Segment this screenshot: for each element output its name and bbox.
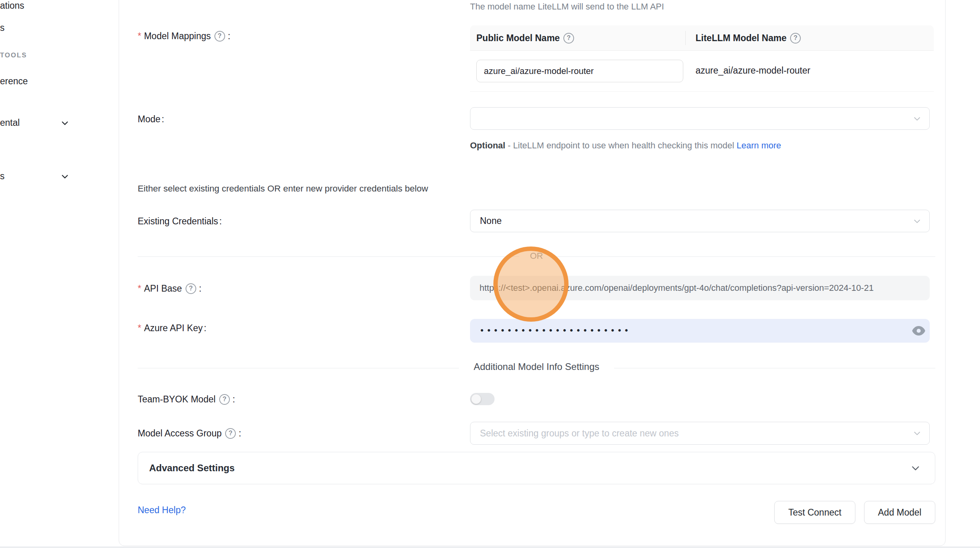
- header-col-divider: [685, 31, 686, 45]
- label-colon: :: [219, 216, 222, 227]
- team-byok-label: Team-BYOK Model ? :: [138, 393, 235, 406]
- need-help-link[interactable]: Need Help?: [138, 505, 186, 516]
- public-model-name-input[interactable]: [476, 60, 683, 82]
- sidebar-item-experimental[interactable]: ental: [0, 118, 20, 128]
- label-colon: :: [204, 323, 206, 334]
- sidebar: ations s TOOLS erence ental s: [0, 0, 118, 548]
- label-colon: :: [233, 394, 235, 405]
- or-divider-label: OR: [519, 251, 554, 261]
- required-asterisk: *: [138, 31, 141, 42]
- masked-api-key: ••••••••••••••••••••••: [480, 326, 631, 336]
- page-bottom-edge: [0, 546, 980, 548]
- team-byok-toggle[interactable]: [470, 393, 495, 405]
- chevron-down-icon: [910, 463, 921, 473]
- chevron-down-icon: [913, 114, 921, 123]
- existing-credentials-value: None: [480, 216, 502, 226]
- existing-credentials-label: Existing Credentials :: [138, 214, 222, 228]
- api-base-label: * API Base ? :: [138, 282, 201, 295]
- sidebar-item-reference[interactable]: erence: [0, 76, 28, 87]
- label-colon: :: [239, 428, 241, 439]
- azure-api-key-label: * Azure API Key :: [138, 321, 207, 335]
- eye-icon[interactable]: [912, 325, 926, 336]
- model-access-group-placeholder: Select existing groups or type to create…: [480, 428, 679, 439]
- model-name-helper-text: The model name LiteLLM will send to the …: [470, 2, 664, 12]
- sidebar-item-organizations[interactable]: ations: [0, 0, 24, 11]
- table-row-border: [470, 91, 934, 92]
- advanced-settings-title: Advanced Settings: [149, 463, 235, 474]
- sidebar-item-logs[interactable]: s: [0, 23, 5, 33]
- sidebar-section-tools: TOOLS: [0, 51, 27, 59]
- label-colon: :: [199, 283, 201, 294]
- chevron-down-icon: [913, 429, 921, 438]
- chevron-down-icon: [913, 217, 921, 226]
- add-model-button[interactable]: Add Model: [864, 501, 935, 524]
- learn-more-link[interactable]: Learn more: [737, 140, 781, 150]
- mode-select[interactable]: [470, 107, 930, 130]
- required-asterisk: *: [138, 283, 141, 294]
- help-circle-icon[interactable]: ?: [214, 31, 225, 42]
- sidebar-item-settings[interactable]: s: [0, 171, 5, 182]
- api-base-input[interactable]: https://<test>.openai.azure.com/openai/d…: [470, 276, 930, 300]
- existing-credentials-select[interactable]: None: [470, 210, 930, 232]
- help-circle-icon[interactable]: ?: [219, 394, 230, 405]
- model-mappings-label-text: Model Mappings: [144, 31, 211, 42]
- label-colon: :: [228, 31, 230, 42]
- litellm-model-name-value: azure_ai/azure-model-router: [696, 65, 810, 76]
- mode-label: Mode :: [138, 112, 164, 126]
- mode-helper-text: Optional - LiteLLM endpoint to use when …: [470, 138, 798, 153]
- help-circle-icon[interactable]: ?: [225, 428, 236, 439]
- column-header-public-model-name: Public Model Name ?: [476, 25, 576, 51]
- model-access-group-label: Model Access Group ? :: [138, 427, 241, 440]
- required-asterisk: *: [138, 323, 141, 334]
- credentials-note: Either select existing credentials OR en…: [138, 184, 428, 194]
- help-circle-icon[interactable]: ?: [186, 283, 196, 294]
- advanced-settings-panel[interactable]: Advanced Settings: [138, 452, 935, 484]
- chevron-down-icon: [61, 119, 69, 127]
- model-access-group-select[interactable]: Select existing groups or type to create…: [470, 422, 930, 445]
- help-circle-icon[interactable]: ?: [563, 33, 574, 44]
- section-divider-label: Additional Model Info Settings: [459, 361, 614, 372]
- test-connect-button[interactable]: Test Connect: [774, 501, 855, 524]
- helper-optional-bold: Optional: [470, 140, 505, 150]
- mode-label-text: Mode: [138, 114, 161, 125]
- column-header-litellm-model-name: LiteLLM Model Name ?: [696, 25, 802, 51]
- label-colon: :: [162, 114, 164, 125]
- help-circle-icon[interactable]: ?: [790, 33, 801, 44]
- azure-api-key-input[interactable]: ••••••••••••••••••••••: [470, 319, 930, 343]
- chevron-down-icon: [61, 172, 69, 181]
- model-mappings-label: * Model Mappings ? :: [138, 29, 230, 43]
- toggle-knob: [471, 394, 481, 404]
